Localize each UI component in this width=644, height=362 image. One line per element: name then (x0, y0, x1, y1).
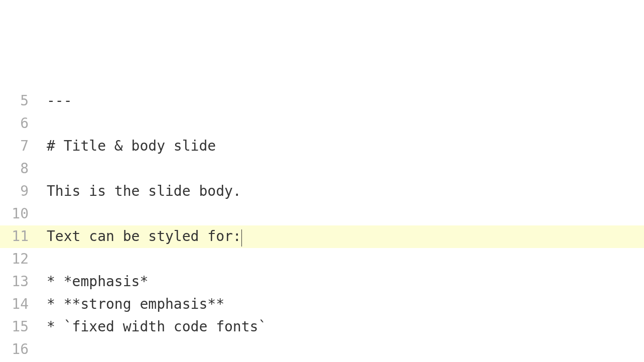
line-content[interactable]: * *emphasis* (38, 271, 644, 293)
code-token: This is the slide body. (47, 183, 241, 199)
editor-line[interactable]: 6 (0, 112, 644, 135)
line-number: 15 (0, 316, 38, 338)
editor-line[interactable]: 11Text can be styled for: (0, 225, 644, 248)
code-token: * *emphasis* (47, 273, 148, 290)
code-token: --- (47, 92, 72, 109)
line-number: 10 (0, 203, 38, 225)
code-token: Text can be styled for: (47, 228, 241, 245)
line-number: 5 (0, 90, 38, 112)
editor-line[interactable]: 12 (0, 248, 644, 271)
line-number: 13 (0, 271, 38, 293)
line-number: 12 (0, 248, 38, 271)
line-number: 9 (0, 180, 38, 203)
editor-line[interactable]: 13* *emphasis* (0, 271, 644, 293)
line-content[interactable]: This is the slide body. (38, 180, 644, 203)
editor-line[interactable]: 14* **strong emphasis** (0, 293, 644, 316)
line-content[interactable]: # Title & body slide (38, 135, 644, 158)
line-content[interactable]: * **strong emphasis** (38, 293, 644, 316)
line-content[interactable]: * `fixed width code fonts` (38, 316, 644, 338)
editor-line[interactable]: 10 (0, 203, 644, 225)
line-content[interactable]: --- (38, 90, 644, 112)
line-number: 8 (0, 158, 38, 180)
text-cursor (241, 229, 242, 247)
code-token: * `fixed width code fonts` (47, 318, 267, 335)
line-number: 11 (0, 225, 38, 248)
editor-line[interactable]: 9This is the slide body. (0, 180, 644, 203)
line-number: 6 (0, 112, 38, 135)
line-number: 7 (0, 135, 38, 158)
editor-line[interactable]: 5--- (0, 90, 644, 112)
code-token: * **strong emphasis** (47, 296, 224, 312)
line-content[interactable]: Text can be styled for: (38, 225, 644, 248)
editor-line[interactable]: 7# Title & body slide (0, 135, 644, 158)
line-number: 16 (0, 338, 38, 361)
editor-line[interactable]: 16 (0, 338, 644, 361)
line-number: 14 (0, 293, 38, 316)
code-token: # Title & body slide (47, 138, 216, 154)
editor-line[interactable]: 8 (0, 158, 644, 180)
editor-line[interactable]: 15* `fixed width code fonts` (0, 316, 644, 338)
code-editor[interactable]: 5---67# Title & body slide89This is the … (0, 90, 644, 362)
